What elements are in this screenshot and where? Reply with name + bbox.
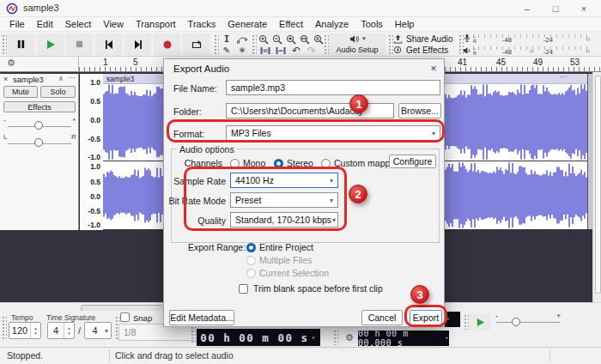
edit-metadata-button[interactable]: Edit Metadata... <box>169 310 234 325</box>
menu-analyze[interactable]: Analyze <box>309 19 355 29</box>
dialog-close-button[interactable]: × <box>425 61 442 76</box>
caret-down-icon: ▾ <box>332 216 336 224</box>
redo-button[interactable]: ↷ <box>305 45 319 56</box>
export-range-entire-radio[interactable] <box>246 243 256 252</box>
format-label: Format: <box>173 129 204 139</box>
maximize-button[interactable]: □ <box>544 1 567 16</box>
mute-button[interactable]: Mute <box>3 86 38 98</box>
folder-input[interactable]: C:\Users\hz\Documents\Audacity <box>226 103 394 118</box>
vertical-scrollbar-thumb[interactable] <box>595 76 601 294</box>
track-name[interactable]: sample3 <box>13 75 44 84</box>
audio-setup-button[interactable]: ▾ Audio Setup <box>329 33 385 56</box>
menu-transport[interactable]: Transport <box>130 19 182 29</box>
toolbar-grip[interactable] <box>464 314 469 330</box>
channels-custom-radio[interactable] <box>321 159 331 168</box>
draw-tool-button[interactable]: ✎ <box>220 45 234 56</box>
quality-select[interactable]: Standard, 170-210 kbps ▾ <box>230 212 338 228</box>
recording-meter[interactable]: LR -48 -24 ○ <box>463 33 593 44</box>
menu-generate[interactable]: Generate <box>222 19 273 29</box>
selection-tool-button[interactable]: I <box>220 33 234 45</box>
close-button[interactable]: × <box>573 1 595 16</box>
export-button[interactable]: Export <box>410 310 442 325</box>
skip-to-start-button[interactable] <box>95 33 122 56</box>
scale-label: 0.5 <box>80 178 100 186</box>
file-name-input[interactable]: sample3.mp3 <box>226 80 440 95</box>
zoom-toggle-button[interactable] <box>312 33 325 45</box>
clip-menu-icon[interactable]: ··· <box>560 72 568 81</box>
play-speed-slider[interactable] <box>496 322 560 323</box>
time-signature-label: Time Signature <box>46 313 95 322</box>
channels-mono-radio[interactable] <box>230 159 240 168</box>
track-menu-icon[interactable]: ··· <box>68 73 76 82</box>
timeline-gear-icon[interactable]: ⚙ <box>7 58 15 69</box>
selection-start-time-display[interactable]: 00 h 00 m 00 s ▾ <box>197 329 320 346</box>
menu-tracks[interactable]: Tracks <box>182 19 222 29</box>
time-signature-lower-select[interactable]: 4 ▾ <box>84 322 112 339</box>
record-button[interactable] <box>154 33 180 56</box>
channels-stereo-radio[interactable] <box>274 159 283 168</box>
skip-to-end-button[interactable] <box>124 33 151 56</box>
toolbar-grip[interactable] <box>214 34 219 54</box>
solo-button[interactable]: Solo <box>40 86 76 98</box>
format-value: MP3 Files <box>231 128 271 138</box>
browse-button[interactable]: Browse... <box>398 103 441 118</box>
menu-file[interactable]: File <box>3 19 31 29</box>
effects-button[interactable]: Effects <box>3 101 76 112</box>
configure-button[interactable]: Configure <box>389 155 436 168</box>
bit-rate-mode-select[interactable]: Preset ▾ <box>230 192 338 208</box>
multi-tool-button[interactable]: ✳ <box>235 45 249 56</box>
toolbar-grip[interactable] <box>2 34 7 54</box>
time-toolbar-gear-icon[interactable]: ⚙ <box>345 332 354 343</box>
export-range-multiple-radio[interactable] <box>246 256 256 265</box>
menu-edit[interactable]: Edit <box>31 19 59 29</box>
menu-help[interactable]: Help <box>389 19 421 29</box>
share-audio-button[interactable]: Share Audio <box>393 33 457 45</box>
timeline-options[interactable]: ⚙ <box>0 57 79 71</box>
audio-position-display[interactable]: 00 h 00 m 00.000 s ▾ <box>358 331 449 346</box>
toolbar-grip[interactable] <box>2 316 7 340</box>
playback-meter[interactable]: LR -48 ○ -24 ○ <box>463 45 593 56</box>
caret-down-icon: ▾ <box>330 177 333 185</box>
minimize-button[interactable]: – <box>516 1 538 16</box>
scale-label: 0.5 <box>80 97 100 106</box>
silence-audio-button[interactable] <box>274 45 288 56</box>
trim-audio-button[interactable] <box>258 45 272 56</box>
spinner-arrows[interactable]: ▴▾ <box>64 323 74 338</box>
loop-button[interactable] <box>183 33 209 56</box>
pan-slider-thumb[interactable] <box>34 138 43 147</box>
stop-button[interactable] <box>66 33 93 56</box>
envelope-tool-button[interactable] <box>235 33 249 45</box>
menu-view[interactable]: View <box>97 19 130 29</box>
play-speed-slider-thumb[interactable] <box>512 318 520 326</box>
pause-button[interactable] <box>8 33 34 56</box>
toolbar-grip[interactable] <box>333 330 338 345</box>
zoom-fit-project-button[interactable] <box>298 33 311 45</box>
menu-select[interactable]: Select <box>59 19 98 29</box>
menu-effect[interactable]: Effect <box>273 19 309 29</box>
export-range-multiple-label: Multiple Files <box>259 255 312 265</box>
sample-rate-select[interactable]: 44100 Hz ▾ <box>230 173 338 188</box>
spinner-arrows[interactable]: ▴▾ <box>30 323 40 338</box>
vertical-scrollbar[interactable] <box>592 72 601 302</box>
play-at-speed-button[interactable] <box>470 313 490 331</box>
tempo-spinner[interactable]: 120 ▴▾ <box>9 322 41 339</box>
vertical-scale-ruler[interactable]: 1.0 0.5 0.0 -0.5 -1.0 1.0 0.5 0.0 -0.5 -… <box>80 74 103 230</box>
format-select[interactable]: MP3 Files ▾ <box>226 125 440 141</box>
snap-checkbox[interactable] <box>120 312 130 322</box>
play-button[interactable] <box>37 33 64 56</box>
undo-button[interactable]: ↶ <box>289 45 303 56</box>
export-range-current-radio[interactable] <box>246 269 256 278</box>
zoom-in-button[interactable] <box>257 33 270 45</box>
zoom-selection-button[interactable] <box>284 33 297 45</box>
menu-tools[interactable]: Tools <box>355 19 389 29</box>
gain-slider-thumb[interactable] <box>34 121 43 130</box>
time-signature-upper-spinner[interactable]: 4 ▴▾ <box>47 322 75 339</box>
track-collapse-icon[interactable]: ∧ <box>58 75 64 82</box>
zoom-out-button[interactable] <box>270 33 283 45</box>
get-effects-button[interactable]: Get Effects <box>393 45 457 56</box>
track-close-icon[interactable]: × <box>3 75 8 83</box>
toolbar-grip[interactable] <box>191 326 196 343</box>
speaker-icon <box>463 46 471 55</box>
trim-checkbox[interactable] <box>239 284 248 294</box>
cancel-button[interactable]: Cancel <box>361 310 403 325</box>
